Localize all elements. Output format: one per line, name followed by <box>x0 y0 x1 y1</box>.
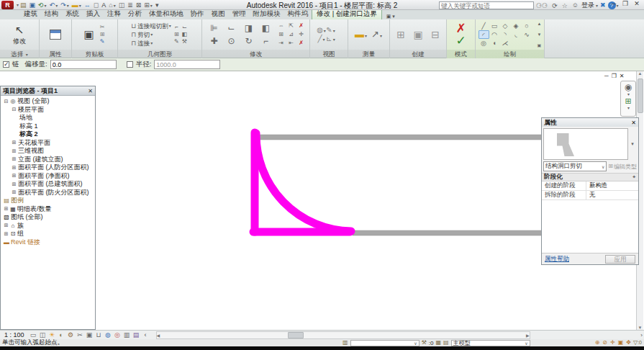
cut-row[interactable]: ⊓剪切▾ <box>130 30 171 39</box>
tab-analyze[interactable]: 分析 <box>124 9 145 19</box>
cope-icon[interactable]: ⌙ <box>223 22 240 35</box>
favorites-icon[interactable]: ☆ <box>560 3 570 9</box>
signin-label[interactable]: 登录 <box>581 1 595 10</box>
spline-icon[interactable]: ∿ <box>522 30 532 39</box>
steering-wheel-dropdown-icon[interactable]: ▾ <box>627 91 630 97</box>
section-icon[interactable]: ◫ <box>117 2 127 9</box>
text-icon[interactable]: A <box>100 2 107 9</box>
cut-geometry-row[interactable]: ⊔连接端切割▾ <box>130 22 171 30</box>
detail-level-icon[interactable]: ▭ <box>29 332 38 338</box>
cancel-edit-mode-icon[interactable]: ✗ <box>455 22 466 35</box>
show-rendering-dialog-icon[interactable]: ⚙ <box>66 332 76 338</box>
select-pinned-icon[interactable]: ✛ <box>610 340 615 346</box>
design-option-combo[interactable]: 主模型∨ <box>451 340 530 346</box>
design-options-icon[interactable]: ▤ <box>443 340 449 346</box>
beam-cope-icon[interactable]: ⌐ <box>173 24 181 31</box>
chain-checkbox[interactable] <box>3 61 9 68</box>
zoom-dropdown-icon[interactable]: ▾ <box>627 105 630 110</box>
tree-item-site[interactable]: 场地 <box>1 114 95 122</box>
select-underlay-icon[interactable]: ⊘ <box>602 340 607 346</box>
demolish-icon[interactable]: ⚒ <box>181 38 189 45</box>
collapse-view-bar-icon[interactable]: ‹ <box>141 332 150 338</box>
tag-icon[interactable]: ◻ <box>92 2 100 9</box>
tab-annotate[interactable]: 注释 <box>104 9 124 19</box>
join-row[interactable]: ⊓连接▾ <box>130 39 171 48</box>
panel-label-view[interactable]: 视图 <box>310 50 348 58</box>
panel-label-modify[interactable]: 修改 <box>202 50 309 58</box>
drag-on-selection-icon[interactable]: ✥ <box>626 340 631 346</box>
partial-ellipse-icon[interactable]: ◖ <box>489 39 500 48</box>
close-hidden-windows-icon[interactable]: ⊠ <box>135 2 143 9</box>
property-row[interactable]: 拆除的阶段 无 <box>542 191 638 200</box>
window-close-icon[interactable]: ✕ <box>631 0 643 7</box>
panel-label-mode[interactable]: 模式 <box>447 50 475 58</box>
apply-coping-icon[interactable]: ⌙ <box>181 24 189 31</box>
paint-icon[interactable]: ✎ <box>173 38 181 45</box>
horizontal-scroll-thumb[interactable] <box>288 332 304 338</box>
expand-arrow-icon[interactable]: › <box>640 332 643 338</box>
tangent-end-arc-icon[interactable]: ◝ <box>500 30 511 39</box>
ribbon-display-toggle-icon[interactable]: ▣ ▾ <box>386 14 395 19</box>
panel-label-clipboard[interactable]: 剪贴板 <box>72 50 117 58</box>
view-scale[interactable]: 1 : 100 <box>4 331 24 338</box>
crop-view-icon[interactable]: ✂ <box>76 332 85 338</box>
shadows-icon[interactable]: ◐ <box>57 332 66 338</box>
circumscribed-polygon-icon[interactable]: ◈ <box>511 22 522 30</box>
override-graphics-icon[interactable]: ✎▾ <box>326 26 335 35</box>
phasing-section-header[interactable]: 阶段化 ✦ <box>542 173 638 181</box>
inscribed-polygon-icon[interactable]: ◇ <box>500 22 511 30</box>
close-icon[interactable]: ✕ <box>631 120 636 126</box>
aligned-dimension-icon[interactable]: ↔ <box>83 2 92 9</box>
tab-massing-site[interactable]: 体量和场地 <box>145 9 187 19</box>
copy-icon[interactable]: ⊞ <box>99 31 106 38</box>
tree-item-families[interactable]: ⊞ ⌂ 族 <box>1 222 95 230</box>
horizontal-scrollbar[interactable]: ◀ ▶ <box>156 331 530 339</box>
property-row[interactable]: 创建的阶段 新构造 <box>542 181 638 191</box>
properties-palette-icon[interactable] <box>50 30 61 40</box>
move-icon[interactable]: ✚ <box>206 35 223 48</box>
panel-label-properties[interactable]: 属性 <box>40 50 71 58</box>
measure-icon[interactable]: ▬▾ <box>71 2 83 9</box>
switch-windows-icon[interactable]: ⊞▾ <box>142 2 154 9</box>
scroll-up-icon[interactable]: ▲ <box>638 71 643 76</box>
revit-logo[interactable]: R <box>1 1 14 9</box>
draw-scroll-down-icon[interactable]: ▼ <box>538 32 542 37</box>
radius-input[interactable] <box>154 60 220 69</box>
view-minimize-icon[interactable]: ─ <box>604 73 609 79</box>
worksharing-display-icon[interactable]: ▥ <box>122 332 132 338</box>
type-preview-dropdown-icon[interactable]: ▾ <box>628 141 637 147</box>
match-type-icon[interactable]: ✎ <box>99 38 106 45</box>
ellipse-icon[interactable]: ◎ <box>479 39 489 48</box>
offset-input[interactable] <box>50 60 117 69</box>
modify-button[interactable]: ↖ 修改 <box>10 23 29 47</box>
type-selector[interactable]: 结构洞口剪切∨ <box>543 161 607 171</box>
apply-button[interactable]: 应用 <box>605 255 635 264</box>
binoculars-search-icon[interactable]: ⚆⚆ <box>534 3 550 9</box>
properties-help-link[interactable]: 属性帮助 <box>545 255 569 264</box>
wall-joins-icon[interactable]: ⊞ <box>173 31 181 38</box>
temporary-hide-isolate-icon[interactable]: ◍ <box>104 332 113 338</box>
communication-center-icon[interactable]: ⟳ <box>550 3 560 9</box>
tree-item-ceiling-plans[interactable]: ⊞ 天花板平面 <box>1 139 95 148</box>
tree-item-floor-plans[interactable]: ⊟ 楼层平面 <box>1 106 95 115</box>
panel-label-geometry[interactable]: 几何图形 <box>118 50 201 58</box>
tab-structure[interactable]: 结构 <box>41 9 62 19</box>
create-similar-icon[interactable]: ▣ <box>410 30 426 39</box>
pin-icon[interactable]: ✦ <box>632 174 636 180</box>
start-end-radius-arc-icon[interactable]: ◜ <box>479 30 489 39</box>
tab-systems[interactable]: 系统 <box>62 9 83 19</box>
properties-title[interactable]: 属性 ✕ <box>542 118 638 127</box>
window-minimize-icon[interactable]: ─ <box>608 0 620 7</box>
rotate-icon[interactable]: ↻ <box>240 35 258 48</box>
panel-label-draw[interactable]: 绘制 <box>476 50 544 58</box>
scroll-right-icon[interactable]: ▶ <box>526 333 530 338</box>
tree-item-views-all[interactable]: ⊟ ◎ 视图 (全部) <box>1 97 95 106</box>
search-input[interactable] <box>439 1 534 9</box>
linework-icon[interactable]: ╱▾ <box>317 35 326 43</box>
create-assembly-icon[interactable]: ⊟ <box>427 30 443 39</box>
mirror-pick-axis-icon[interactable]: ◨ <box>240 22 258 35</box>
redo-icon[interactable]: ↷▾ <box>59 2 71 9</box>
measure-between-icon[interactable]: ▬▾ <box>354 30 368 39</box>
trim-extend-single-icon[interactable]: ⇤ <box>286 39 296 48</box>
temporary-view-properties-icon[interactable]: ▤ <box>132 332 141 338</box>
